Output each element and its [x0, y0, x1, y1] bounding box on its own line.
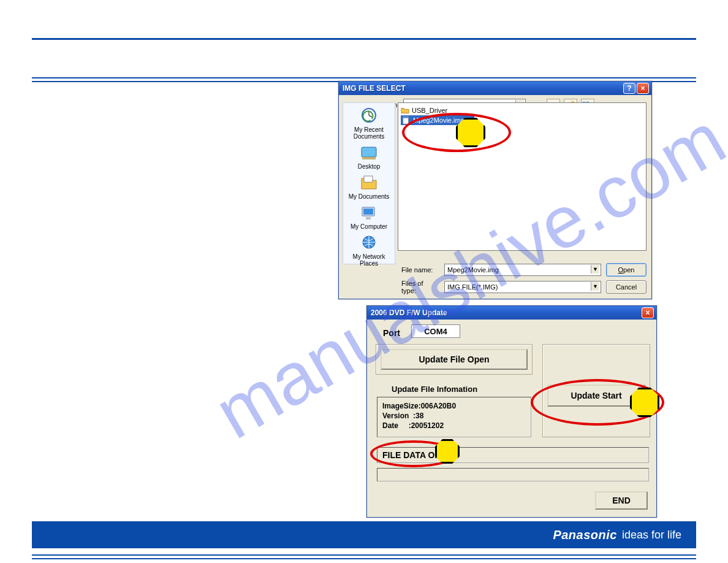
update-file-open-button[interactable]: Update File Open — [381, 349, 528, 370]
close-button[interactable]: × — [637, 83, 649, 94]
fw-update-window: 2006 DVD F/W Update × Port COM4 Update F… — [366, 305, 657, 518]
files-of-type-label: Files of type: — [401, 280, 439, 294]
place-network[interactable]: My Network Places — [346, 234, 392, 267]
svg-rect-8 — [364, 176, 373, 182]
file-dialog-titlebar[interactable]: IMG FILE SELECT ? × — [339, 82, 651, 95]
update-start-button[interactable]: Update Start — [547, 385, 645, 407]
file-icon — [402, 116, 411, 124]
status-box: FILE DATA OK — [377, 447, 649, 463]
help-button[interactable]: ? — [623, 83, 635, 94]
cancel-button[interactable]: Cancel — [606, 280, 646, 294]
svg-rect-7 — [362, 157, 376, 159]
file-name-input[interactable]: Mpeg2Movie.img — [444, 264, 601, 276]
file-select-dialog: IMG FILE SELECT ? × Look in: ARM_FW ← ▾ … — [338, 81, 652, 299]
svg-rect-6 — [362, 147, 376, 157]
places-bar: My Recent Documents Desktop My Documents… — [343, 102, 395, 264]
footer-band: Panasonic ideas for life — [32, 521, 696, 548]
fw-update-titlebar[interactable]: 2006 DVD F/W Update × — [367, 306, 656, 320]
file-info-heading: Update File Infomation — [392, 385, 477, 394]
file-dialog-title: IMG FILE SELECT — [343, 84, 622, 93]
open-button[interactable]: Open — [606, 263, 646, 277]
end-button[interactable]: END — [595, 491, 648, 510]
file-info-box: ImageSize:006A20B0 Version :38 Date :200… — [377, 397, 531, 437]
list-item[interactable]: USB_Driver — [401, 105, 643, 115]
files-of-type-combo[interactable]: IMG FILE(*.IMG) — [444, 281, 601, 293]
svg-rect-10 — [363, 209, 373, 215]
file-name-label: File name: — [401, 266, 439, 274]
file-list[interactable]: USB_Driver Mpeg2Movie.img — [398, 102, 646, 251]
list-item-selected[interactable]: Mpeg2Movie.img — [401, 115, 474, 125]
svg-rect-14 — [403, 117, 409, 118]
brand-slogan: ideas for life — [622, 529, 681, 542]
port-value: COM4 — [411, 324, 460, 338]
top-rule — [32, 38, 696, 40]
place-desktop[interactable]: Desktop — [346, 144, 392, 170]
brand-logo: Panasonic — [553, 528, 617, 542]
place-mydocs[interactable]: My Documents — [346, 174, 392, 200]
port-label: Port — [383, 328, 400, 338]
bottom-rule-b — [32, 558, 696, 559]
double-rule-a — [32, 77, 696, 79]
close-button[interactable]: × — [642, 307, 654, 318]
svg-rect-11 — [366, 217, 371, 220]
place-recent[interactable]: My Recent Documents — [346, 107, 392, 140]
fw-update-title: 2006 DVD F/W Update — [371, 308, 640, 317]
folder-icon — [401, 106, 409, 115]
bottom-rule-a — [32, 554, 696, 556]
place-mycomputer[interactable]: My Computer — [346, 204, 392, 230]
progress-box — [377, 468, 649, 481]
